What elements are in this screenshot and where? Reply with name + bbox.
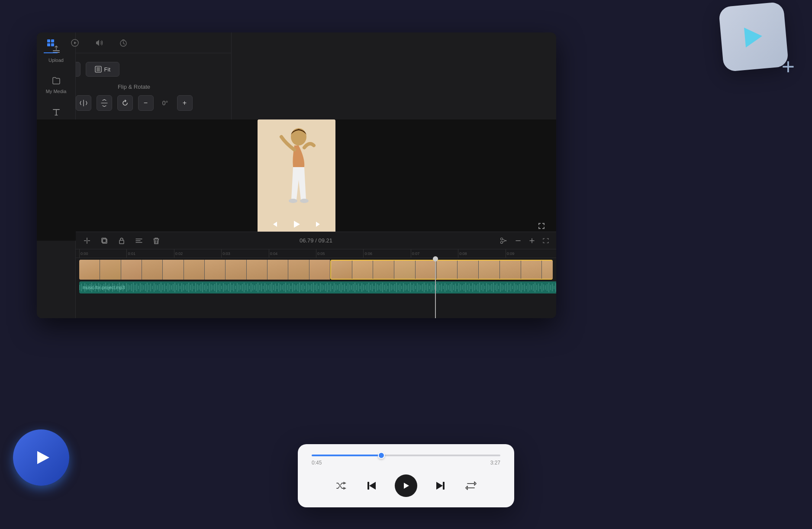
fullscreen-button[interactable] (535, 220, 548, 232)
audio-track[interactable]: music-for-project.mp3 (79, 281, 556, 294)
delete-button[interactable] (150, 235, 162, 247)
repeat-button[interactable] (462, 477, 480, 494)
svg-rect-94 (204, 285, 205, 290)
playhead[interactable] (435, 258, 436, 318)
svg-rect-81 (181, 283, 182, 292)
align-button[interactable] (133, 235, 145, 247)
svg-rect-109 (230, 283, 231, 292)
sidebar-item-my-media[interactable]: My Media (41, 71, 72, 98)
skip-forward-button[interactable] (311, 217, 325, 231)
svg-rect-290 (543, 284, 544, 290)
big-play-button[interactable] (13, 429, 69, 486)
tab-volume[interactable] (92, 36, 106, 50)
svg-rect-129 (264, 283, 265, 292)
svg-rect-111 (233, 284, 234, 291)
svg-rect-262 (495, 285, 496, 290)
fit-timeline-button[interactable] (541, 235, 551, 246)
svg-rect-186 (363, 284, 364, 290)
split-button[interactable] (81, 235, 93, 247)
svg-rect-291 (545, 285, 546, 290)
svg-rect-213 (410, 283, 411, 292)
svg-rect-275 (517, 285, 518, 290)
tab-timer[interactable] (116, 36, 130, 50)
skip-back-button[interactable] (268, 217, 282, 231)
play-player-button[interactable] (395, 474, 417, 497)
svg-rect-69 (161, 283, 161, 292)
svg-rect-62 (148, 285, 149, 290)
video-segment-selected[interactable] (330, 260, 553, 280)
svg-rect-138 (280, 284, 281, 290)
svg-rect-179 (351, 285, 352, 290)
ruler-mark: 0:04 (269, 249, 316, 258)
svg-rect-270 (509, 285, 509, 290)
flip-horizontal-button[interactable] (76, 95, 91, 111)
svg-rect-265 (500, 283, 501, 292)
svg-rect-250 (474, 284, 475, 290)
svg-rect-4 (51, 39, 54, 42)
fit-button[interactable]: Fit (86, 62, 119, 77)
svg-rect-52 (131, 284, 132, 291)
skip-forward-player-button[interactable] (431, 477, 448, 494)
svg-rect-175 (344, 284, 345, 291)
svg-rect-73 (168, 283, 168, 292)
rotate-minus-button[interactable]: − (138, 95, 154, 111)
svg-rect-282 (529, 284, 530, 290)
svg-rect-260 (491, 284, 492, 291)
player-total-time: 3:27 (490, 460, 500, 466)
duplicate-button[interactable] (98, 235, 110, 247)
svg-rect-207 (400, 284, 400, 291)
svg-rect-123 (254, 285, 255, 290)
svg-rect-128 (263, 286, 264, 289)
svg-rect-65 (154, 283, 155, 292)
svg-rect-99 (213, 285, 213, 290)
zoom-out-button[interactable] (513, 235, 523, 246)
total-time: 09.21 (318, 237, 332, 244)
svg-rect-153 (306, 283, 307, 292)
svg-rect-279 (524, 284, 525, 291)
rotate-plus-button[interactable]: + (177, 95, 193, 111)
svg-rect-120 (249, 286, 250, 289)
play-preview-button[interactable] (289, 216, 304, 232)
svg-rect-254 (481, 285, 482, 290)
svg-rect-63 (150, 284, 151, 291)
lock-button[interactable] (116, 235, 128, 247)
svg-rect-245 (465, 283, 466, 292)
svg-rect-183 (358, 284, 359, 291)
svg-rect-243 (462, 285, 463, 290)
skip-back-player-button[interactable] (364, 477, 381, 494)
svg-rect-171 (337, 285, 338, 290)
text-icon (50, 106, 62, 118)
video-segment-normal[interactable] (79, 260, 330, 280)
svg-rect-300 (367, 482, 369, 490)
svg-rect-142 (287, 285, 288, 290)
ruler-mark: 0:08 (458, 249, 505, 258)
svg-rect-203 (393, 285, 393, 290)
svg-rect-255 (483, 284, 483, 291)
svg-rect-185 (361, 283, 362, 292)
svg-rect-216 (415, 286, 416, 289)
svg-rect-97 (209, 283, 210, 292)
svg-rect-127 (261, 284, 262, 291)
progress-track[interactable] (312, 455, 500, 456)
svg-rect-113 (237, 283, 238, 292)
svg-rect-74 (169, 284, 170, 290)
svg-rect-241 (458, 283, 459, 292)
svg-rect-125 (258, 283, 258, 292)
svg-rect-181 (354, 283, 355, 292)
tab-play[interactable] (68, 36, 82, 50)
svg-rect-132 (270, 284, 271, 291)
rotate-button[interactable] (117, 95, 133, 111)
svg-rect-224 (429, 286, 430, 289)
svg-point-21 (501, 241, 503, 243)
svg-rect-206 (398, 285, 399, 290)
shuffle-button[interactable] (332, 477, 350, 494)
tab-grid[interactable] (44, 36, 58, 50)
scissors-button[interactable] (497, 235, 509, 247)
zoom-in-button[interactable] (527, 235, 537, 246)
flip-vertical-button[interactable] (97, 95, 112, 111)
svg-rect-160 (318, 286, 319, 289)
svg-rect-103 (219, 284, 220, 291)
svg-rect-249 (472, 283, 473, 292)
svg-rect-263 (496, 284, 497, 291)
svg-rect-167 (330, 284, 331, 291)
